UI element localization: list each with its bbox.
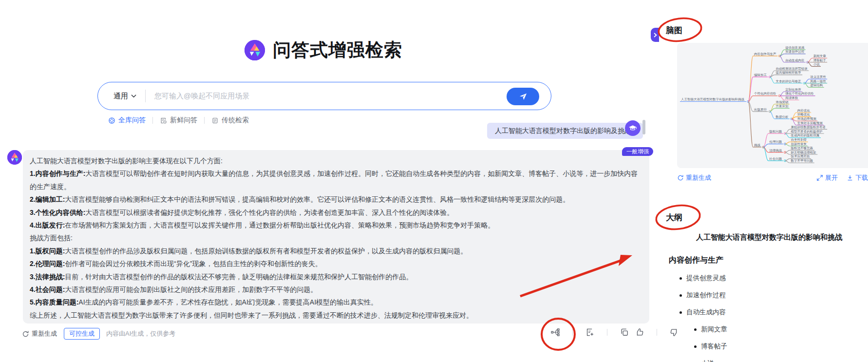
svg-text:模型开发者的权益保护: 模型开发者的权益保护 <box>791 130 823 133</box>
expand-icon <box>816 174 823 181</box>
tab-full-library-qa[interactable]: 全库问答 <box>108 116 146 125</box>
user-avatar <box>625 120 641 136</box>
answer-paragraph: 2.编辑加工:大语言模型能够自动检测和纠正文本中的语法和拼写错误，提高编辑和校对… <box>30 193 642 206</box>
answer-paragraph: 5.内容质量问题:AI生成的内容可能质量参差不齐，艺术性存在隐忧，如AI幻觉现象… <box>30 296 642 308</box>
controllable-generate-button[interactable]: 可控生成 <box>64 328 100 340</box>
svg-text:市场趋势预测: 市场趋势预测 <box>797 117 817 121</box>
document-icon <box>211 117 219 124</box>
app-root: 问答式增强检索 通用 您可输入@唤起不同应用场景 全库问答 <box>0 0 868 362</box>
scrollbar-thumb[interactable] <box>642 120 645 134</box>
mode-select-value: 通用 <box>113 92 128 101</box>
mindmap-button[interactable] <box>550 327 560 337</box>
svg-text:阅读体验: 阅读体验 <box>785 96 798 100</box>
tab-label: 新鲜问答 <box>170 116 197 125</box>
app-header: 问答式增强检索 <box>245 38 402 62</box>
search-divider <box>145 90 146 102</box>
answer-paragraph: 4.社会问题:大语言模型的应用可能会加剧出版社之间的技术应用差距，加剧数字不平等… <box>30 283 642 296</box>
svg-text:自动检测语法拼写错误: 自动检测语法拼写错误 <box>775 67 808 71</box>
download-icon <box>847 174 853 181</box>
svg-text:法律挑战: 法律挑战 <box>769 149 782 152</box>
send-icon <box>518 92 528 101</box>
thumbs-up-icon <box>635 327 644 337</box>
svg-text:提高编辑校对效率: 提高编辑校对效率 <box>775 71 801 75</box>
user-message-bubble: 人工智能大语言模型对数字出版的影响及挑战? <box>487 123 643 139</box>
outline-section-title: 大纲 <box>666 212 682 223</box>
assistant-answer: 人工智能大语言模型对数字出版的影响主要体现在以下几个方面: 1.内容创作与生产:… <box>23 150 649 324</box>
answer-paragraph: 1.版权问题:大语言模型创作的作品涉及版权归属问题，包括原始训练数据的版权所有者… <box>30 245 642 257</box>
copy-icon <box>620 327 629 337</box>
outline-sub-bullet: 新闻文章 <box>694 325 868 334</box>
svg-text:提供创意灵感: 提供创意灵感 <box>785 46 805 50</box>
tab-fresh-qa[interactable]: 新鲜问答 <box>160 116 197 125</box>
svg-text:文本的评估与修正: 文本的评估与修正 <box>775 79 801 83</box>
outline-panel: 人工智能大语言模型对数字出版的影响和挑战 内容创作与生产 提供创意灵感 加速创作… <box>669 233 868 362</box>
regenerate-button[interactable]: 重新生成 <box>22 329 57 338</box>
svg-text:定制化推荐: 定制化推荐 <box>785 88 801 92</box>
svg-text:强化个性化内容供给: 强化个性化内容供给 <box>785 92 814 95</box>
answer-paragraph: 人工智能大语言模型对数字出版的影响主要体现在以下几个方面: <box>30 154 642 167</box>
app-logo-icon <box>245 40 265 60</box>
svg-text:出版发行: 出版发行 <box>754 108 767 112</box>
svg-text:版权问题: 版权问题 <box>769 130 782 133</box>
svg-text:挑战: 挑战 <box>754 143 761 147</box>
answer-action-icons <box>550 327 679 337</box>
svg-text:新闻文章: 新闻文章 <box>813 54 827 58</box>
svg-text:数字不平等问题: 数字不平等问题 <box>791 159 813 163</box>
svg-text:原始训练数据版权所有者: 原始训练数据版权所有者 <box>791 125 826 129</box>
svg-text:市场营销: 市场营销 <box>775 100 789 104</box>
refresh-icon <box>22 330 29 338</box>
regenerate-label: 重新生成 <box>32 329 57 338</box>
svg-text:技术应用差距: 技术应用差距 <box>791 154 811 158</box>
send-button[interactable] <box>507 88 539 105</box>
tab-traditional-search[interactable]: 传统检索 <box>211 116 249 125</box>
svg-text:编辑加工: 编辑加工 <box>754 73 767 76</box>
tab-label: 全库问答 <box>118 116 146 125</box>
tab-divider <box>152 117 153 124</box>
mindmap-graphic: 人工智能大语言模型对数字出版的影响和挑战内容创作与生产提供创意灵感加速创作过程自… <box>677 43 868 168</box>
answer-paragraph: 3.法律挑战:目前，针对由大语言模型创作的作品的版权法还不够完善，缺乏明确的法律… <box>30 270 642 283</box>
svg-text:自主性剥夺: 自主性剥夺 <box>791 138 807 142</box>
mindmap-download-label: 下载 <box>855 173 868 182</box>
bullet-dot <box>679 294 682 297</box>
copy-button[interactable] <box>620 327 629 337</box>
svg-text:生成内容的版权归属: 生成内容的版权归属 <box>791 133 820 137</box>
mindmap-regenerate-button[interactable]: 重新生成 <box>677 173 711 182</box>
mindmap-expand-button[interactable]: 展开 <box>816 173 838 182</box>
assistant-avatar <box>7 150 22 165</box>
search-bar: 通用 您可输入@唤起不同应用场景 <box>97 82 551 110</box>
answer-paragraph: 1.内容创作与生产:大语言模型可以帮助创作者在短时间内获取大量的信息，为其提供创… <box>30 167 642 193</box>
mode-select[interactable]: 通用 <box>113 92 136 101</box>
tab-divider <box>204 117 205 124</box>
ai-disclaimer: 内容由AI生成，仅供参考 <box>106 329 175 338</box>
mindmap-download-button[interactable]: 下载 <box>847 173 868 182</box>
svg-text:博客帖子: 博客帖子 <box>813 58 827 62</box>
bullet-dot <box>694 345 697 348</box>
svg-text:版权法不够完善: 版权法不够完善 <box>791 146 813 150</box>
svg-text:语义连贯性: 语义连贯性 <box>810 75 826 79</box>
mindmap-expand-label: 展开 <box>825 173 838 182</box>
icon-divider <box>607 329 607 336</box>
svg-text:风格一致性: 风格一致性 <box>810 79 826 83</box>
mindmap-section-title: 脑图 <box>666 25 682 36</box>
answer-paragraph: 综上所述，人工智能大语言模型为数字出版带来了许多便利，但同时也带来了一系列挑战，… <box>30 309 642 322</box>
svg-text:社会问题: 社会问题 <box>769 157 782 161</box>
svg-text:伦理问题: 伦理问题 <box>769 140 782 144</box>
mindmap-actions: 重新生成 展开 下载 <box>677 173 868 182</box>
export-to-doc-button[interactable] <box>585 327 595 337</box>
svg-text:个性化内容供给: 个性化内容供给 <box>754 92 776 95</box>
answer-paragraph: 3.个性化内容供给:大语言模型可以根据读者偏好提供定制化推荐，强化个性化内容的供… <box>30 206 642 219</box>
chevron-down-icon <box>131 94 136 98</box>
mindmap-container: 人工智能大语言模型对数字出版的影响和挑战内容创作与生产提供创意灵感加速创作过程自… <box>677 43 868 168</box>
thumbs-up-button[interactable] <box>635 327 644 337</box>
svg-text:方案策划: 方案策划 <box>775 104 789 108</box>
answer-toolbar: 重新生成 可控生成 内容由AI生成，仅供参考 <box>22 328 175 340</box>
document-add-icon <box>585 327 595 337</box>
outline-sub-bullet: 博客帖子 <box>694 342 868 351</box>
outline-title: 人工智能大语言模型对数字出版的影响和挑战 <box>669 233 868 242</box>
tab-label: 传统检索 <box>222 116 249 125</box>
panel-collapse-tab[interactable] <box>651 28 659 42</box>
search-input[interactable]: 您可输入@唤起不同应用场景 <box>154 92 551 101</box>
mindmap-regenerate-label: 重新生成 <box>686 173 711 182</box>
icon-divider <box>572 329 573 336</box>
assistant-logo-icon <box>7 150 22 165</box>
